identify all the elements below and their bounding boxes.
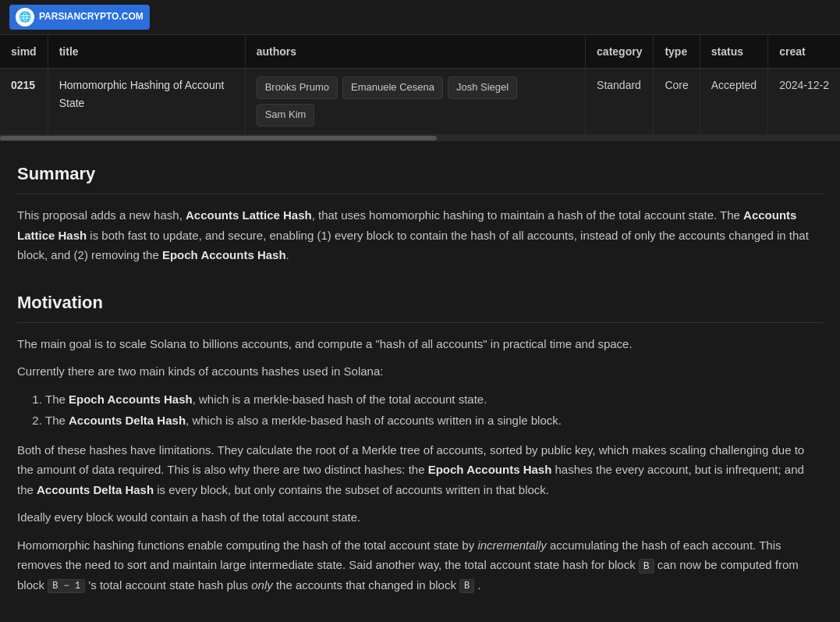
col-status: status — [700, 35, 767, 69]
scroll-thumb — [0, 136, 437, 140]
summary-section: Summary This proposal adds a new hash, A… — [17, 160, 823, 265]
table-row[interactable]: 0215 Homomorphic Hashing of Account Stat… — [0, 69, 840, 135]
motivation-section: Motivation The main goal is to scale Sol… — [17, 289, 823, 595]
motivation-para-3: Both of these hashes have limitations. T… — [17, 440, 823, 500]
col-title: title — [48, 35, 245, 69]
list-item-2: The Accounts Delta Hash, which is also a… — [45, 411, 823, 431]
col-category: category — [586, 35, 654, 69]
code-b-minus-1: B − 1 — [48, 579, 85, 593]
logo-text: PARSIANCRYPTO.COM — [39, 9, 144, 24]
col-type: type — [654, 35, 700, 69]
motivation-para-5: Homomorphic hashing functions enable com… — [17, 535, 823, 595]
author-brooks: Brooks Prumo — [257, 76, 338, 99]
type-cell: Core — [654, 69, 700, 135]
summary-heading: Summary — [17, 160, 823, 194]
summary-paragraph: This proposal adds a new hash, Accounts … — [17, 205, 823, 265]
logo-bar: 🌐 PARSIANCRYPTO.COM — [0, 0, 840, 34]
simd-number: 0215 — [0, 69, 48, 135]
authors-tags: Brooks Prumo Emanuele Cesena Josh Siegel… — [257, 76, 574, 126]
author-emanuele: Emanuele Cesena — [342, 76, 443, 99]
proposals-table: simd title authors category type status … — [0, 35, 840, 135]
code-b-2: B — [459, 579, 474, 593]
accounts-hashes-list: The Epoch Accounts Hash, which is a merk… — [17, 389, 823, 431]
horizontal-scrollbar[interactable] — [0, 135, 840, 141]
motivation-para-1: The main goal is to scale Solana to bill… — [17, 334, 823, 354]
list-item-1: The Epoch Accounts Hash, which is a merk… — [45, 389, 823, 410]
motivation-para-2: Currently there are two main kinds of ac… — [17, 361, 823, 382]
table-header-row: simd title authors category type status … — [0, 35, 840, 69]
created-cell: 2024-12-2 — [768, 69, 840, 135]
author-sam: Sam Kim — [257, 104, 315, 126]
col-simd: simd — [0, 35, 48, 69]
logo-icon: 🌐 — [16, 8, 34, 27]
status-cell: Accepted — [700, 69, 767, 135]
proposal-title: Homomorphic Hashing of Account State — [48, 69, 245, 135]
logo-badge[interactable]: 🌐 PARSIANCRYPTO.COM — [9, 5, 150, 30]
col-authors: authors — [245, 35, 585, 69]
motivation-heading: Motivation — [17, 289, 823, 323]
category-cell: Standard — [586, 69, 654, 135]
motivation-para-4: Ideally every block would contain a hash… — [17, 507, 823, 528]
col-created: creat — [768, 35, 840, 69]
author-josh: Josh Siegel — [448, 76, 517, 99]
main-content: Summary This proposal adds a new hash, A… — [0, 141, 840, 622]
proposals-table-container: simd title authors category type status … — [0, 34, 840, 141]
authors-cell: Brooks Prumo Emanuele Cesena Josh Siegel… — [245, 69, 585, 135]
code-b: B — [639, 559, 654, 574]
